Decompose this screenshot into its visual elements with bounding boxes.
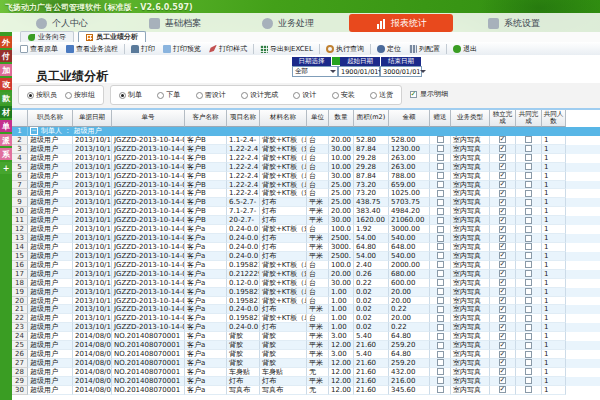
col-header-employee-name[interactable]: 职员名称 (28, 110, 73, 127)
cell-independent-checkbox[interactable] (490, 270, 516, 279)
toolbar-preview-button[interactable]: 打印预览 (159, 43, 205, 55)
table-row[interactable]: 18超级用户2013/10/14JGZZD-2013-10-14-004客户a0… (12, 279, 600, 288)
cell-joint-checkbox[interactable] (516, 368, 542, 377)
table-row[interactable]: 3超级用户2013/10/14JGZZD-2013-10-14-002客户B1.… (12, 145, 600, 154)
col-header-customer-name[interactable]: 客户名称 (185, 110, 227, 127)
date-mode-select[interactable]: 全部 (292, 66, 338, 77)
cell-independent-checkbox[interactable] (490, 189, 516, 198)
cell-gift-checkbox[interactable] (430, 368, 451, 377)
cell-joint-checkbox[interactable] (516, 154, 542, 163)
cell-independent-checkbox[interactable] (490, 163, 516, 172)
table-row[interactable]: 8超级用户2013/10/14JGZZD-2013-10-14-002客户B1.… (12, 189, 600, 198)
cell-joint-checkbox[interactable] (516, 323, 542, 332)
col-header-amount[interactable]: 金额 (389, 110, 430, 127)
cell-gift-checkbox[interactable] (430, 288, 451, 297)
col-header-doc-date[interactable]: 单据日期 (73, 110, 112, 127)
cell-gift-checkbox[interactable] (430, 350, 451, 359)
cell-joint-checkbox[interactable] (516, 279, 542, 288)
table-row[interactable]: 28超级用户2014/08/07NO.201408070001客户a车身贴车身贴… (12, 368, 600, 377)
business-type-radio[interactable]: 设计完成 (241, 90, 278, 100)
cell-independent-checkbox[interactable] (490, 234, 516, 243)
toolbar-view-doc-button[interactable]: 查看原单 (16, 43, 62, 55)
toolbar-exit-button[interactable]: 退出 (449, 43, 481, 55)
cell-gift-checkbox[interactable] (430, 297, 451, 306)
cell-independent-checkbox[interactable] (490, 243, 516, 252)
show-detail-checkbox[interactable]: 显示明细 (410, 89, 448, 99)
sidebar-shortcut-外[interactable]: 外 (0, 36, 12, 48)
cell-independent-checkbox[interactable] (490, 198, 516, 207)
cell-gift-checkbox[interactable] (430, 181, 451, 190)
cell-independent-checkbox[interactable] (490, 136, 516, 145)
col-header-material-name[interactable]: 材料名称 (260, 110, 307, 127)
table-row[interactable]: 20超级用户2013/10/14JGZZD-2013-10-14-008客户a0… (12, 297, 600, 306)
cell-joint-checkbox[interactable] (516, 252, 542, 261)
start-date-select[interactable]: 1900/01/01 (338, 66, 380, 77)
table-row[interactable]: 5超级用户2013/10/14JGZZD-2013-10-14-002客户B1.… (12, 163, 600, 172)
tab-wizard[interactable]: 业务向导 (20, 31, 74, 42)
table-row[interactable]: 4超级用户2013/10/14JGZZD-2013-10-14-002客户B1.… (12, 154, 600, 163)
group-header-row[interactable]: 1−制单人 ： 超级用户 (12, 127, 600, 136)
cell-joint-checkbox[interactable] (516, 216, 542, 225)
cell-gift-checkbox[interactable] (430, 270, 451, 279)
col-header-row-number[interactable] (12, 110, 28, 127)
table-row[interactable]: 10超级用户2013/10/14JGZZD-2013-10-14-002客户B7… (12, 207, 600, 216)
cell-joint-checkbox[interactable] (516, 270, 542, 279)
table-row[interactable]: 23超级用户2013/10/14JGZZD-2013-10-14-009客户a0… (12, 323, 600, 332)
cell-independent-checkbox[interactable] (490, 305, 516, 314)
cell-gift-checkbox[interactable] (430, 252, 451, 261)
sidebar-shortcut-加[interactable]: 加 (0, 64, 12, 76)
cell-gift-checkbox[interactable] (430, 243, 451, 252)
cell-independent-checkbox[interactable] (490, 350, 516, 359)
cell-joint-checkbox[interactable] (516, 261, 542, 270)
cell-independent-checkbox[interactable] (490, 279, 516, 288)
cell-joint-checkbox[interactable] (516, 332, 542, 341)
cell-gift-checkbox[interactable] (430, 225, 451, 234)
table-row[interactable]: 22超级用户2013/10/14JGZZD-2013-10-14-009客户a0… (12, 314, 600, 323)
col-header-project-name[interactable]: 项目名称 (227, 110, 260, 127)
cell-joint-checkbox[interactable] (516, 386, 542, 395)
cell-gift-checkbox[interactable] (430, 261, 451, 270)
table-row[interactable]: 26超级用户2014/08/07NO.201408070001客户a背胶背胶平米… (12, 350, 600, 359)
cell-gift-checkbox[interactable] (430, 198, 451, 207)
col-header-business-type[interactable]: 业务类型 (451, 110, 490, 127)
cell-gift-checkbox[interactable] (430, 332, 451, 341)
cell-joint-checkbox[interactable] (516, 225, 542, 234)
toolbar-flow-button[interactable]: 查看业务流程 (62, 43, 122, 55)
cell-gift-checkbox[interactable] (430, 377, 451, 386)
cell-joint-checkbox[interactable] (516, 172, 542, 181)
cell-independent-checkbox[interactable] (490, 154, 516, 163)
sidebar-shortcut-派[interactable]: 派 (0, 134, 12, 146)
cell-gift-checkbox[interactable] (430, 136, 451, 145)
business-type-radio[interactable]: 安装 (332, 90, 355, 100)
cell-joint-checkbox[interactable] (516, 163, 542, 172)
cell-independent-checkbox[interactable] (490, 377, 516, 386)
cell-gift-checkbox[interactable] (430, 154, 451, 163)
cell-joint-checkbox[interactable] (516, 305, 542, 314)
cell-gift-checkbox[interactable] (430, 323, 451, 332)
cell-gift-checkbox[interactable] (430, 314, 451, 323)
tab-analysis[interactable]: 员工业绩分析 (78, 31, 146, 42)
col-header-quantity[interactable]: 数量 (329, 110, 354, 127)
table-row[interactable]: 24超级用户2014/08/07NO.201408070001客户a背胶背胶平米… (12, 332, 600, 341)
table-row[interactable]: 17超级用户2013/10/14JGZZD-2013-10-14-004客户a0… (12, 270, 600, 279)
table-row[interactable]: 19超级用户2013/10/14JGZZD-2013-10-14-007客户a0… (12, 288, 600, 297)
cell-independent-checkbox[interactable] (490, 252, 516, 261)
cell-independent-checkbox[interactable] (490, 172, 516, 181)
col-header-doc-number[interactable]: 单号 (112, 110, 185, 127)
cell-independent-checkbox[interactable] (490, 225, 516, 234)
table-row[interactable]: 30超级用户2014/08/07NO.201408070001客户a写真布写真布… (12, 386, 600, 395)
cell-gift-checkbox[interactable] (430, 216, 451, 225)
toolbar-print-style-button[interactable]: 打印样式 (205, 43, 251, 55)
cell-independent-checkbox[interactable] (490, 359, 516, 368)
cell-joint-checkbox[interactable] (516, 297, 542, 306)
toolbar-locate-button[interactable]: 定位 (373, 43, 405, 55)
col-header-joint-checkbox[interactable]: 共同完成 (516, 110, 542, 127)
table-row[interactable]: 6超级用户2013/10/14JGZZD-2013-10-14-002客户B1.… (12, 172, 600, 181)
cell-independent-checkbox[interactable] (490, 332, 516, 341)
cell-independent-checkbox[interactable] (490, 323, 516, 332)
sidebar-shortcut-单[interactable]: 单 (0, 120, 12, 132)
table-row[interactable]: 11超级用户2013/10/14JGZZD-2013-10-14-002客户B2… (12, 216, 600, 225)
cell-joint-checkbox[interactable] (516, 341, 542, 350)
table-row[interactable]: 2超级用户2013/10/14JGZZD-2013-10-14-002客户B1.… (12, 136, 600, 145)
end-date-select[interactable]: 3000/01/01 (380, 66, 422, 77)
